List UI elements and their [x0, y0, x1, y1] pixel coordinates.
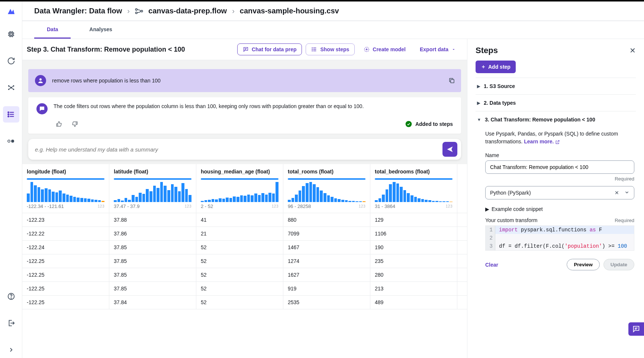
code-editor[interactable]: 1import pyspark.sql.functions as F 2 3df…	[485, 225, 634, 251]
chat-area: remove rows where population is less tha…	[22, 60, 467, 164]
table-cell: 1274	[283, 254, 370, 268]
svg-point-21	[39, 78, 42, 81]
svg-point-13	[11, 298, 11, 298]
chat-input-container	[28, 139, 461, 160]
svg-point-16	[141, 10, 143, 12]
table-cell: 21	[196, 227, 283, 240]
table-cell: -122.25	[22, 254, 109, 268]
table-row[interactable]: -122.2237.862170991106	[22, 227, 467, 241]
list-icon[interactable]	[3, 106, 19, 123]
preview-button[interactable]: Preview	[567, 259, 599, 270]
flow-icon	[135, 8, 143, 14]
chip-icon[interactable]	[3, 26, 19, 42]
svg-point-18	[312, 49, 312, 49]
tab-data[interactable]: Data	[34, 21, 71, 39]
chevron-right-icon: ›	[127, 7, 130, 15]
close-icon[interactable]: ✕	[629, 46, 636, 55]
send-button[interactable]	[442, 142, 457, 157]
table-cell: 52	[196, 268, 283, 281]
table-cell: 52	[196, 296, 283, 309]
example-snippet-toggle[interactable]: ▶ Example code snippet	[485, 206, 634, 212]
column-header[interactable]: latitude (float)	[109, 164, 196, 177]
table-cell: 37.85	[109, 268, 196, 281]
table-row[interactable]: -122.2337.8841880129	[22, 213, 467, 227]
left-nav	[0, 1, 22, 358]
expand-icon[interactable]	[3, 342, 19, 358]
bot-avatar-icon	[36, 103, 48, 114]
svg-point-9	[8, 116, 9, 117]
export-data-button[interactable]: Export data	[415, 44, 461, 55]
thumbs-up-icon[interactable]	[56, 121, 62, 127]
table-row[interactable]: -122.2537.85521627280	[22, 268, 467, 282]
dots-icon[interactable]	[3, 133, 19, 149]
caret-right-icon: ▶	[477, 101, 480, 105]
chat-input[interactable]	[35, 146, 442, 153]
table-cell: -122.25	[22, 296, 109, 309]
thumbs-down-icon[interactable]	[71, 121, 78, 127]
tabs: Data Analyses	[22, 21, 644, 39]
caret-right-icon: ▶	[477, 84, 480, 89]
tab-analyses[interactable]: Analyses	[77, 21, 125, 39]
copy-icon[interactable]	[448, 77, 455, 84]
clear-button[interactable]: Clear	[485, 262, 498, 268]
table-cell: 190	[370, 241, 457, 254]
svg-point-14	[135, 9, 137, 10]
svg-point-10	[8, 140, 10, 142]
table-cell: -122.25	[22, 282, 109, 295]
breadcrumb-root[interactable]: Data Wrangler: Data flow	[34, 7, 122, 15]
caret-down-icon: ▼	[477, 117, 481, 122]
svg-point-19	[312, 51, 312, 51]
table-cell: 1106	[370, 227, 457, 240]
table-cell: 37.85	[109, 241, 196, 254]
name-input[interactable]	[485, 160, 634, 174]
required-label: Required	[485, 176, 634, 182]
help-text: Use Pyspark, Pandas, or Pyspark (SQL) to…	[485, 130, 634, 146]
histogram	[114, 182, 191, 202]
column-header[interactable]: total_bedrooms (float)	[370, 164, 457, 177]
table-row[interactable]: -122.2437.85521467190	[22, 241, 467, 254]
table-cell: 235	[370, 254, 457, 268]
step-item-1[interactable]: ▶ 1. S3 Source	[476, 78, 636, 94]
clear-select-icon[interactable]: ✕	[615, 190, 619, 196]
learn-more-link[interactable]: Learn more.	[524, 139, 560, 144]
svg-point-7	[8, 112, 9, 113]
column-header[interactable]: total_rooms (float)	[283, 164, 370, 177]
language-select[interactable]: Python (PySpark) ✕	[485, 186, 634, 199]
name-label: Name	[485, 152, 634, 158]
table-cell: 1467	[283, 241, 370, 254]
help-icon[interactable]	[3, 288, 19, 305]
table-cell: -122.24	[22, 241, 109, 254]
table-row[interactable]: -122.2537.8552919213	[22, 282, 467, 296]
breadcrumb-flow[interactable]: canvas-data-prep.flow	[148, 7, 227, 15]
graph-icon[interactable]	[3, 79, 19, 96]
table-cell: 52	[196, 241, 283, 254]
svg-point-11	[11, 140, 14, 143]
svg-rect-1	[10, 33, 12, 35]
create-model-button[interactable]: Create model	[358, 44, 411, 55]
breadcrumb-file[interactable]: canvas-sample-housing.csv	[240, 7, 339, 15]
table-cell: 280	[370, 268, 457, 281]
table-cell: 37.88	[109, 213, 196, 227]
table-cell: -122.22	[22, 227, 109, 240]
column-header[interactable]: housing_median_age (float)	[196, 164, 283, 177]
floating-chat-icon[interactable]	[628, 322, 644, 336]
chat-for-data-prep-button[interactable]: Chat for data prep	[237, 43, 302, 55]
column-header[interactable]: longitude (float)	[22, 164, 109, 177]
update-button[interactable]: Update	[603, 259, 634, 270]
table-cell: 37.86	[109, 227, 196, 240]
svg-point-17	[312, 48, 312, 48]
toolbar: Step 3. Chat Transform: Remove populatio…	[22, 39, 467, 60]
logout-icon[interactable]	[3, 315, 19, 331]
refresh-icon[interactable]	[3, 53, 19, 69]
plus-icon: ＋	[481, 64, 486, 70]
check-circle-icon	[405, 120, 412, 128]
table-row[interactable]: -122.2537.84522535489	[22, 296, 467, 309]
step-item-2[interactable]: ▶ 2. Data types	[476, 94, 636, 111]
show-steps-button[interactable]: Show steps	[306, 43, 355, 55]
table-cell: 489	[370, 296, 457, 309]
added-to-steps-label: Added to steps	[415, 121, 453, 127]
step-item-3[interactable]: ▼ 3. Chat Transform: Remove population <…	[476, 111, 636, 128]
table-row[interactable]: -122.2537.85521274235	[22, 254, 467, 268]
chat-bot-message: The code filters out rows where the popu…	[28, 97, 461, 134]
add-step-button[interactable]: ＋ Add step	[476, 61, 516, 73]
